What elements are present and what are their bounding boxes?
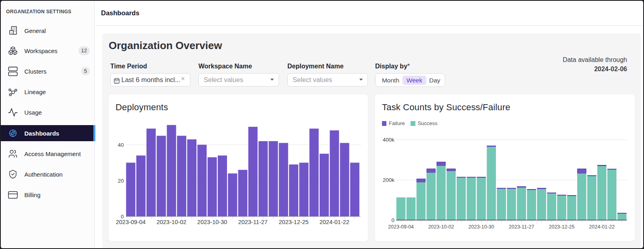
svg-text:2023-10-30: 2023-10-30 [468,224,494,229]
svg-text:0: 0 [391,217,394,223]
svg-text:2024-01-22: 2024-01-22 [319,218,349,225]
svg-text:40: 40 [118,142,124,148]
svg-text:2023-12-25: 2023-12-25 [279,218,308,225]
svg-text:400k: 400k [382,136,394,142]
svg-text:20: 20 [118,177,124,183]
svg-text:2023-10-02: 2023-10-02 [156,218,186,225]
svg-text:2023-10-02: 2023-10-02 [428,224,454,229]
svg-text:2023-10-30: 2023-10-30 [197,218,227,225]
svg-text:2023-11-27: 2023-11-27 [509,224,534,229]
svg-text:2023-11-27: 2023-11-27 [238,218,267,225]
svg-text:200k: 200k [382,177,394,183]
svg-text:2023-12-25: 2023-12-25 [549,224,574,229]
svg-text:2023-09-04: 2023-09-04 [116,218,145,225]
svg-text:2024-01-22: 2024-01-22 [589,224,615,229]
svg-text:2023-09-04: 2023-09-04 [388,224,414,229]
